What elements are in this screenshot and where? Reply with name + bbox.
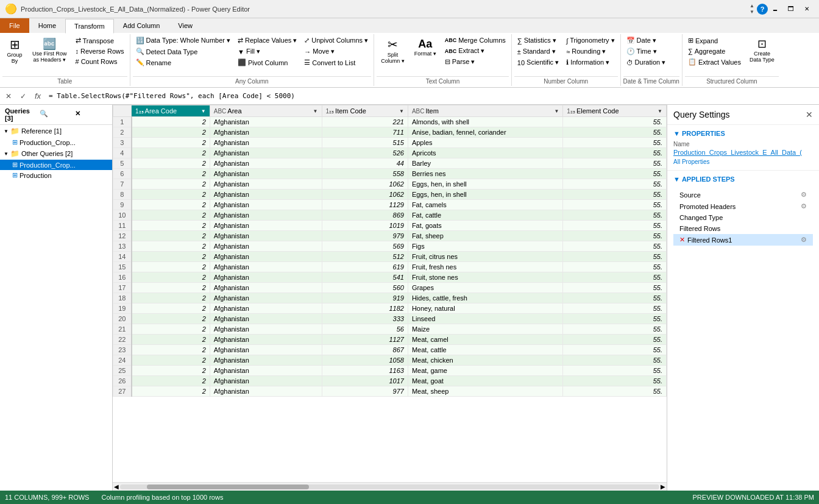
information-button[interactable]: ℹ Information ▾ xyxy=(563,57,617,68)
group-by-button[interactable]: ⊞ GroupBy xyxy=(2,35,27,67)
query-item-production-crop-ref[interactable]: ⊞ Production_Crop... xyxy=(0,137,112,147)
convert-to-list-button[interactable]: ☰ Convert to List xyxy=(301,57,371,68)
transpose-button[interactable]: ⇄ Transpose xyxy=(73,35,127,46)
area-code-dropdown[interactable]: ▼ xyxy=(201,108,206,114)
rename-button[interactable]: ✏️ Rename xyxy=(133,57,233,68)
qs-close-button[interactable]: ✕ xyxy=(806,110,813,119)
area-dropdown[interactable]: ▼ xyxy=(313,108,318,114)
row-number: 27 xyxy=(113,386,132,397)
formula-cancel-button[interactable]: ✕ xyxy=(2,90,15,102)
fill-button[interactable]: ▼ Fill ▾ xyxy=(235,46,300,57)
nav-up[interactable]: ▲ xyxy=(750,3,754,9)
expand-button[interactable]: ⊞ Expand xyxy=(685,35,744,46)
queries-search-icon[interactable]: 🔍 xyxy=(40,110,72,119)
duration-button[interactable]: ⏱ Duration ▾ xyxy=(623,57,669,68)
ribbon-group-datetime: 📅 Date ▾ 🕐 Time ▾ ⏱ Duration ▾ Date & Ti… xyxy=(621,34,682,86)
step-item[interactable]: Source⚙ xyxy=(673,189,813,201)
cell-item: Eggs, hen, in shell xyxy=(408,179,562,190)
horizontal-scrollbar[interactable]: ◀ ▶ xyxy=(113,482,667,491)
step-item[interactable]: Changed Type xyxy=(673,212,813,223)
aggregate-button[interactable]: ∑ Aggregate xyxy=(685,46,744,56)
tab-add-column[interactable]: Add Column xyxy=(114,18,169,33)
scientific-button[interactable]: 10 Scientific ▾ xyxy=(514,57,562,68)
data-grid: 1₂₃ Area Code ▼ ABC Area ▼ xyxy=(113,105,667,397)
datetime-label: Date & Time Column xyxy=(623,76,679,85)
merge-columns-button[interactable]: ABC Merge Columns xyxy=(442,35,509,45)
extract-values-button[interactable]: 📋 Extract Values xyxy=(685,57,744,67)
trigonometry-button[interactable]: ∫ Trigonometry ▾ xyxy=(563,35,617,46)
cell-element-code: 55. xyxy=(563,345,667,355)
time-button[interactable]: 🕐 Time ▾ xyxy=(623,46,669,57)
formula-fx-button[interactable]: fx xyxy=(32,90,44,102)
step-item[interactable]: Promoted Headers⚙ xyxy=(673,201,813,212)
tab-home[interactable]: Home xyxy=(29,18,65,33)
step-item[interactable]: ✕Filtered Rows1⚙ xyxy=(673,234,813,246)
item-code-type-icon: 1₂₃ xyxy=(326,108,335,115)
help-button[interactable]: ? xyxy=(757,4,768,15)
scroll-left-arrow[interactable]: ◀ xyxy=(114,483,119,490)
pivot-column-button[interactable]: ⬛ Pivot Column xyxy=(235,57,300,68)
col-header-item-code[interactable]: 1₂₃ Item Code ▼ xyxy=(322,105,408,117)
query-item-production-crop-main[interactable]: ⊞ Production_Crop... xyxy=(0,160,112,170)
queries-close-icon[interactable]: ✕ xyxy=(75,110,107,119)
num-col-group2: ∫ Trigonometry ▾ ≈ Rounding ▾ ℹ Informat… xyxy=(563,35,617,68)
create-data-type-button[interactable]: ⊡ CreateData Type xyxy=(745,35,779,66)
item-dropdown[interactable]: ▼ xyxy=(554,108,559,114)
element-code-dropdown[interactable]: ▼ xyxy=(658,108,662,114)
maximize-button[interactable]: 🗖 xyxy=(784,3,798,15)
date-button[interactable]: 📅 Date ▾ xyxy=(623,35,669,46)
count-rows-button[interactable]: # Count Rows xyxy=(73,57,127,66)
qs-all-properties-link[interactable]: All Properties xyxy=(673,158,813,165)
use-first-row-button[interactable]: 🔤 Use First Rowas Headers ▾ xyxy=(28,35,71,66)
query-group-reference-header[interactable]: ▼ 📁 Reference [1] xyxy=(0,125,112,137)
step-gear-icon[interactable]: ⚙ xyxy=(801,236,807,244)
extract-button[interactable]: ABC Extract ▾ xyxy=(442,46,509,56)
step-gear-icon[interactable]: ⚙ xyxy=(801,202,807,210)
detect-data-type-button[interactable]: 🔍 Detect Data Type xyxy=(133,46,233,57)
step-item[interactable]: Filtered Rows xyxy=(673,223,813,234)
data-type-button[interactable]: 🔢 Data Type: Whole Number ▾ xyxy=(133,35,233,46)
ribbon-tabs: File Home Transform Add Column View xyxy=(0,18,819,33)
scrollbar-thumb[interactable] xyxy=(147,484,309,489)
formula-confirm-button[interactable]: ✓ xyxy=(17,90,29,102)
tab-file[interactable]: File xyxy=(0,18,29,33)
close-button[interactable]: ✕ xyxy=(800,3,814,15)
structured-label: Structured Column xyxy=(685,76,779,85)
formula-input[interactable] xyxy=(46,92,817,100)
nav-down[interactable]: ▼ xyxy=(750,9,754,15)
unpivot-columns-button[interactable]: ⤢ Unpivot Columns ▾ xyxy=(301,35,371,46)
cell-item-code: 560 xyxy=(322,283,408,293)
move-label: Move ▾ xyxy=(313,48,335,55)
tab-view[interactable]: View xyxy=(169,18,202,33)
cell-area-code: 2 xyxy=(132,127,210,138)
col-header-area-code[interactable]: 1₂₃ Area Code ▼ xyxy=(132,105,210,117)
cell-element-code: 55. xyxy=(563,303,667,314)
item-code-dropdown[interactable]: ▼ xyxy=(399,108,404,114)
query-group-other-header[interactable]: ▼ 📁 Other Queries [2] xyxy=(0,147,112,160)
format-button[interactable]: Aa Format ▾ xyxy=(410,35,441,60)
query-item-production[interactable]: ⊞ Production xyxy=(0,170,112,180)
rounding-button[interactable]: ≈ Rounding ▾ xyxy=(563,46,617,57)
tab-transform[interactable]: Transform xyxy=(65,19,114,34)
col-header-area[interactable]: ABC Area ▼ xyxy=(210,105,322,117)
table-row: 122Afghanistan979Fat, sheep55. xyxy=(113,231,667,241)
replace-values-button[interactable]: ⇄ Replace Values ▾ xyxy=(235,35,300,46)
parse-button[interactable]: ⊟ Parse ▾ xyxy=(442,57,509,67)
step-gear-icon[interactable]: ⚙ xyxy=(801,191,807,199)
col-header-item[interactable]: ABC Item ▼ xyxy=(408,105,562,117)
standard-button[interactable]: ± Standard ▾ xyxy=(514,46,562,57)
col-header-element-code[interactable]: 1₂₃ Element Code ▼ xyxy=(563,105,667,117)
cell-area-code: 2 xyxy=(132,221,210,231)
split-column-button[interactable]: ✂ SplitColumn ▾ xyxy=(377,35,409,67)
reverse-rows-button[interactable]: ↕ Reverse Rows xyxy=(73,46,127,56)
scroll-right-arrow[interactable]: ▶ xyxy=(661,483,665,490)
qs-properties-label[interactable]: ▼ PROPERTIES xyxy=(673,130,813,137)
status-profiling: Column profiling based on top 1000 rows xyxy=(101,494,223,501)
status-preview: PREVIEW DOWNLOADED AT 11:38 PM xyxy=(693,494,814,501)
minimize-button[interactable]: 🗕 xyxy=(768,3,782,15)
qs-name-value[interactable]: Production_Crops_Livestock_E_All_Data_( xyxy=(673,149,813,156)
qs-applied-steps-label[interactable]: ▼ APPLIED STEPS xyxy=(673,176,813,183)
data-grid-container[interactable]: 1₂₃ Area Code ▼ ABC Area ▼ xyxy=(113,105,667,482)
move-button[interactable]: → Move ▾ xyxy=(301,46,371,57)
statistics-button[interactable]: ∑ Statistics ▾ xyxy=(514,35,562,46)
